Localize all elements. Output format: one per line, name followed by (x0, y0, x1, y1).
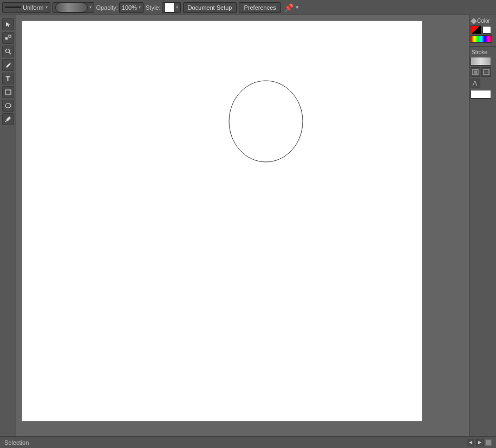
svg-rect-0 (5, 37, 8, 40)
tool-rect[interactable] (2, 86, 14, 98)
brush-preview-group: ▾ (53, 2, 94, 13)
opacity-label: Opacity: (96, 4, 118, 11)
svg-rect-8 (474, 70, 477, 74)
stroke-gray-swatch[interactable] (471, 57, 491, 66)
stroke-icon-row2 (471, 79, 495, 88)
style-group: Style: ▾ (146, 2, 181, 13)
svg-point-5 (5, 103, 11, 108)
tool-zoom[interactable] (2, 46, 14, 57)
canvas-svg (22, 21, 422, 421)
color-spectrum[interactable] (471, 35, 492, 43)
color-diamond-icon (471, 18, 477, 24)
opacity-dropdown[interactable]: 100% ▾ (119, 2, 143, 13)
ellipse-shape[interactable] (229, 81, 303, 162)
status-nav: ◀ ▶ (467, 439, 492, 446)
color-section: Color (469, 15, 496, 47)
tool-eyedropper[interactable] (2, 113, 14, 125)
color-gradient-row (471, 35, 495, 43)
canvas-area[interactable] (16, 15, 469, 436)
tool-node[interactable] (2, 32, 14, 44)
pin-chevron[interactable]: ▾ (296, 4, 299, 11)
uniform-dropdown[interactable]: Uniform ▾ (2, 2, 50, 13)
document-setup-button[interactable]: Document Setup (183, 2, 237, 13)
stroke-section: Stroke (469, 47, 496, 101)
stroke-icon-3[interactable] (471, 79, 480, 88)
main-layout: T Co (0, 15, 496, 436)
status-square[interactable] (485, 439, 492, 446)
tool-ellipse[interactable] (2, 100, 14, 112)
stroke-icon-1[interactable] (471, 67, 480, 77)
svg-rect-1 (9, 35, 11, 37)
uniform-label: Uniform (23, 4, 44, 11)
color-title: Color (477, 18, 490, 24)
color-swatches-row (471, 25, 495, 34)
style-label: Style: (146, 4, 161, 11)
tool-select[interactable] (2, 18, 14, 30)
svg-line-6 (5, 121, 6, 122)
preferences-button[interactable]: Preferences (239, 2, 280, 13)
nav-prev-button[interactable]: ◀ (467, 439, 474, 446)
color-section-title: Color (471, 17, 495, 25)
right-panel: Color Stroke (469, 15, 496, 436)
brush-dropdown[interactable]: ▾ (53, 2, 94, 13)
opacity-value: 100% (122, 4, 137, 11)
stroke-section-title: Stroke (471, 49, 495, 57)
svg-rect-4 (5, 90, 11, 94)
uniform-chevron: ▾ (45, 5, 48, 10)
pin-group: 📌 ▾ (283, 3, 299, 12)
left-toolbar: T (0, 15, 16, 436)
brush-chevron: ▾ (89, 5, 92, 10)
uniform-group: Uniform ▾ (2, 2, 50, 13)
brush-preview (55, 3, 88, 12)
svg-point-2 (5, 49, 9, 53)
pin-icon[interactable]: 📌 (283, 3, 295, 12)
nav-next-button[interactable]: ▶ (476, 439, 484, 446)
style-dropdown[interactable]: ▾ (162, 2, 181, 13)
tool-pencil[interactable] (2, 59, 14, 71)
stroke-icon-row (471, 67, 495, 77)
line-icon (5, 7, 21, 8)
opacity-group: Opacity: 100% ▾ (96, 2, 144, 13)
stroke-white-swatch[interactable] (471, 90, 491, 99)
tool-text[interactable]: T (2, 73, 14, 85)
opacity-chevron: ▾ (139, 5, 141, 10)
canvas[interactable] (22, 21, 422, 421)
color-swatch-red[interactable] (471, 25, 481, 34)
style-chevron: ▾ (176, 5, 178, 10)
svg-line-3 (9, 53, 11, 55)
stroke-title: Stroke (472, 49, 487, 55)
selection-label: Selection (4, 439, 29, 446)
color-swatch-white[interactable] (482, 26, 491, 34)
status-bar: Selection ◀ ▶ (0, 436, 496, 448)
style-swatch (165, 3, 174, 12)
stroke-icon-2[interactable] (481, 67, 491, 77)
toolbar: Uniform ▾ ▾ Opacity: 100% ▾ Style: ▾ Doc… (0, 0, 496, 15)
